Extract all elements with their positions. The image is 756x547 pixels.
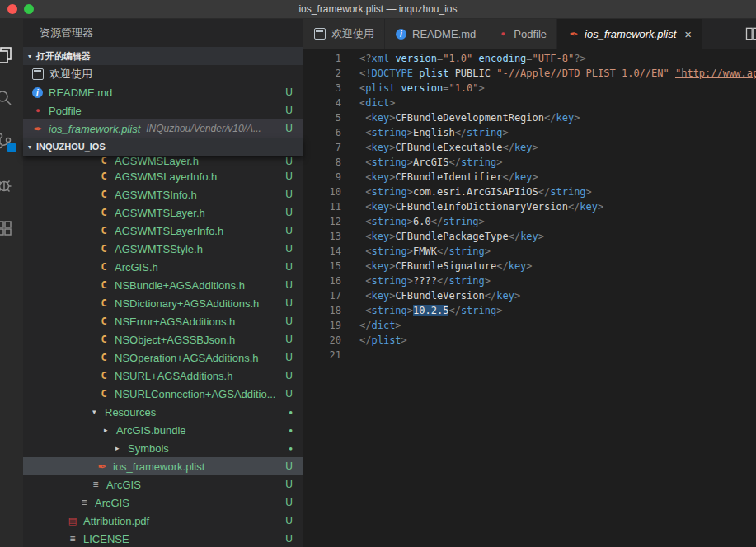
plist-icon: ✒: [96, 460, 109, 473]
tree-item[interactable]: ▤Attribution.pdfU: [23, 512, 303, 530]
git-status-badge: U: [285, 171, 303, 182]
tree-item[interactable]: CArcGIS.hU: [23, 258, 303, 276]
chevron-down-icon[interactable]: ▾: [92, 408, 105, 416]
file-label: AGSWMTSLayerInfo.h: [115, 225, 223, 237]
close-tab-icon[interactable]: ×: [684, 28, 692, 40]
tab-label: ios_framework.plist: [585, 28, 676, 40]
code-line: 8 <string>ArcGIS</string>: [303, 155, 756, 170]
tree-item[interactable]: CAGSWMSLayerInfo.hU: [23, 167, 303, 185]
code-line: 1<?xml version="1.0" encoding="UTF-8"?>: [303, 51, 756, 66]
tree-item[interactable]: ▾Resources●: [23, 403, 303, 421]
tree-item[interactable]: CNSURLConnection+AGSAdditio...U: [23, 385, 303, 403]
c-icon: C: [97, 369, 110, 382]
sidebar-explorer: 资源管理器 ▾ 打开的编辑器 欢迎使用iREADME.mdU●PodfileU✒…: [23, 19, 303, 547]
editor-tab[interactable]: iREADME.md: [385, 19, 486, 49]
project-section-header[interactable]: ▾ INQUZHOU_IOS: [23, 138, 303, 156]
file-label: AGSWMSLayer.h: [115, 156, 199, 167]
git-status-badge: U: [285, 479, 303, 490]
explorer-icon[interactable]: [0, 45, 14, 65]
tree-item[interactable]: ✒ios_framework.plistU: [23, 457, 303, 475]
line-number: 16: [303, 274, 341, 288]
tree-item[interactable]: CNSURL+AGSAdditions.hU: [23, 367, 303, 385]
line-number: 15: [303, 259, 341, 274]
code-line: 3<plist version="1.0">: [303, 81, 756, 96]
file-label: NSOperation+AGSAdditions.h: [115, 352, 259, 364]
git-status-badge: U: [285, 225, 303, 236]
open-editors-header-label: 打开的编辑器: [36, 50, 91, 63]
project-header-label: INQUZHOU_IOS: [36, 142, 106, 152]
git-status-badge: U: [285, 515, 303, 526]
section-twisty-icon[interactable]: ▾: [23, 143, 36, 151]
code-line: 9 <key>CFBundleIdentifier</key>: [303, 170, 756, 185]
line-number: 6: [303, 125, 341, 140]
plist-icon: ✒: [31, 122, 45, 135]
file-label: AGSWMSLayerInfo.h: [115, 171, 217, 183]
tree-item[interactable]: ▸Symbols●: [23, 439, 303, 457]
tree-item[interactable]: CAGSWMTSInfo.hU: [23, 185, 303, 203]
git-status-badge: U: [285, 316, 303, 327]
tree-item[interactable]: CNSBundle+AGSAdditions.hU: [23, 276, 303, 294]
editor-tab[interactable]: 欢迎使用: [303, 19, 384, 49]
file-label: AGSWMTSLayer.h: [115, 207, 205, 219]
line-number: 10: [303, 185, 341, 199]
extensions-icon[interactable]: [0, 218, 14, 238]
open-editor-item[interactable]: iREADME.mdU: [23, 83, 303, 101]
git-status-badge: U: [285, 123, 303, 134]
editor-tab[interactable]: ✒ios_framework.plist×: [557, 19, 702, 49]
code-line: 4<dict>: [303, 96, 756, 110]
line-number: 19: [303, 318, 341, 333]
git-status-badge: U: [285, 105, 303, 116]
editor-area: 欢迎使用iREADME.md●Podfile✒ios_framework.pli…: [303, 19, 756, 547]
git-status-badge: U: [285, 243, 303, 255]
zoom-window-button[interactable]: [24, 4, 34, 14]
chevron-right-icon[interactable]: ▸: [115, 444, 128, 452]
git-status-badge: U: [285, 207, 303, 218]
line-number: 9: [303, 170, 341, 185]
file-label: ArcGIS.h: [115, 261, 158, 274]
title-bar: ios_framework.plist — inquzhou_ios: [0, 0, 756, 19]
line-number: 13: [303, 229, 341, 244]
git-dot-badge: ●: [289, 409, 303, 416]
file-label: ArcGIS: [106, 479, 141, 491]
tree-item[interactable]: CNSError+AGSAdditions.hU: [23, 312, 303, 330]
file-label: AGSWMTSInfo.h: [115, 189, 197, 201]
tree-item[interactable]: ≡ArcGISU: [23, 493, 303, 512]
tree-item[interactable]: CAGSWMSLayer.hU: [23, 156, 303, 167]
chevron-right-icon[interactable]: ▸: [104, 426, 116, 434]
open-editor-item[interactable]: ●PodfileU: [23, 101, 303, 119]
open-editors-header[interactable]: ▾ 打开的编辑器: [23, 47, 303, 65]
file-label: Podfile: [49, 105, 82, 117]
tree-item[interactable]: ≡ArcGISU: [23, 475, 303, 493]
c-icon: C: [97, 188, 110, 201]
line-number: 4: [303, 96, 341, 110]
open-editor-item[interactable]: 欢迎使用: [23, 65, 303, 83]
file-label: 欢迎使用: [49, 67, 92, 82]
code-line: 12 <string>6.0</string>: [303, 214, 756, 229]
open-editor-item[interactable]: ✒ios_framework.plistINQuzhou/Vender/v10/…: [23, 119, 303, 138]
code-editor[interactable]: 1<?xml version="1.0" encoding="UTF-8"?>2…: [303, 49, 756, 547]
tree-item[interactable]: ≡LICENSEU: [23, 530, 303, 547]
info-icon: i: [32, 87, 43, 98]
tree-item[interactable]: CNSDictionary+AGSAdditions.hU: [23, 294, 303, 312]
tree-item[interactable]: ▸ArcGIS.bundle●: [23, 421, 303, 439]
info-icon: i: [396, 29, 406, 40]
c-icon: C: [97, 333, 110, 346]
search-icon[interactable]: [0, 88, 14, 108]
close-window-button[interactable]: [7, 4, 17, 14]
debug-icon[interactable]: [0, 175, 14, 195]
welcome-icon: [314, 28, 326, 40]
tree-item[interactable]: CAGSWMTSLayer.hU: [23, 203, 303, 222]
file-icon: ≡: [77, 496, 91, 509]
code-line: 15 <key>CFBundleSignature</key>: [303, 259, 756, 274]
c-icon: C: [97, 156, 110, 167]
file-label: ios_framework.plist: [49, 123, 140, 135]
tree-item[interactable]: CNSObject+AGSSBJson.hU: [23, 330, 303, 348]
editor-tab[interactable]: ●Podfile: [486, 19, 556, 49]
section-twisty-icon[interactable]: ▾: [23, 53, 36, 60]
tree-item[interactable]: CNSOperation+AGSAdditions.hU: [23, 348, 303, 367]
tree-item[interactable]: CAGSWMTSStyle.hU: [23, 240, 303, 258]
line-number: 3: [303, 81, 341, 96]
tree-item[interactable]: CAGSWMTSLayerInfo.hU: [23, 222, 303, 240]
scm-changes-badge: [7, 143, 16, 152]
split-editor-icon[interactable]: [744, 26, 756, 42]
